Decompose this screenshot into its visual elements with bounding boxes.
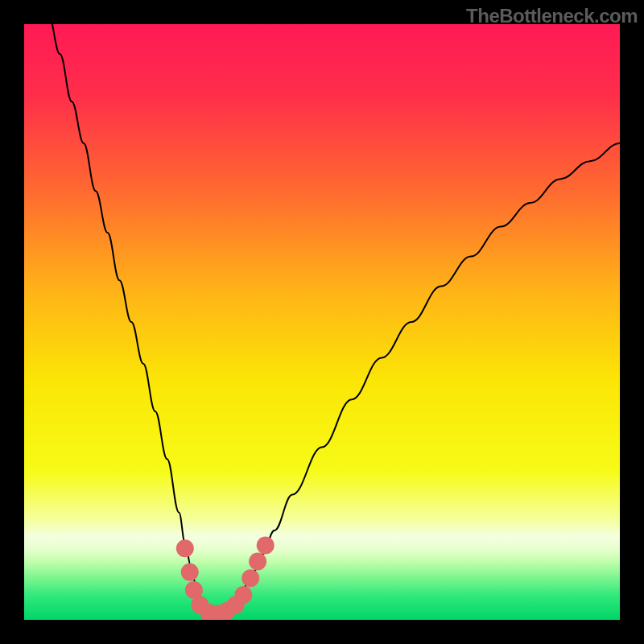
data-marker xyxy=(176,539,194,557)
data-marker xyxy=(234,586,252,604)
data-marker xyxy=(242,569,259,587)
gradient-background xyxy=(24,24,620,620)
chart-frame: TheBottleneck.com xyxy=(0,0,644,644)
data-marker xyxy=(257,537,275,555)
plot-area xyxy=(24,24,620,620)
bottleneck-chart xyxy=(24,24,620,620)
watermark-text: TheBottleneck.com xyxy=(466,5,638,27)
data-marker xyxy=(249,552,266,570)
data-marker xyxy=(181,564,199,581)
